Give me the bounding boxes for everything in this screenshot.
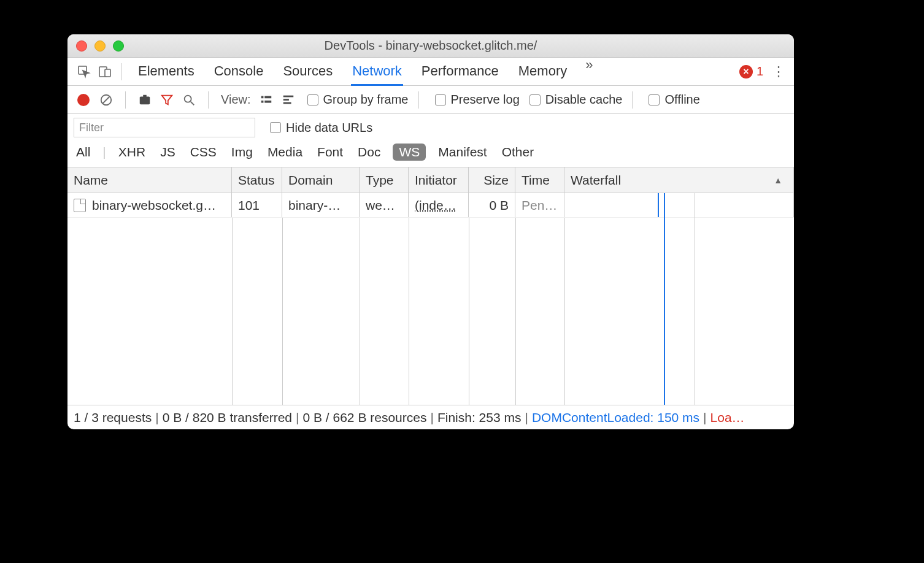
column-divider	[515, 218, 516, 405]
filter-media[interactable]: Media	[265, 144, 305, 161]
status-requests: 1 / 3 requests	[74, 410, 152, 425]
status-load: Loa…	[710, 410, 745, 425]
checkbox-icon	[435, 94, 446, 105]
header-name[interactable]: Name	[67, 167, 232, 193]
status-domcontentloaded: DOMContentLoaded: 150 ms	[532, 410, 699, 425]
error-count[interactable]: × 1	[739, 64, 763, 79]
cell-name-text: binary-websocket.g…	[92, 198, 216, 213]
filter-icon[interactable]	[158, 91, 176, 109]
disable-cache-checkbox[interactable]: Disable cache	[529, 93, 623, 107]
checkbox-icon	[529, 94, 541, 105]
status-separator: |	[525, 410, 528, 425]
window-title: DevTools - binary-websocket.glitch.me/	[67, 39, 794, 53]
filter-css[interactable]: CSS	[188, 144, 219, 161]
initiator-link[interactable]: (inde…	[415, 198, 456, 213]
cell-status: 101	[232, 193, 282, 217]
group-by-frame-checkbox[interactable]: Group by frame	[307, 93, 409, 107]
panel-tabbar: Elements Console Sources Network Perform…	[67, 58, 794, 86]
divider	[632, 91, 633, 109]
sort-ascending-icon: ▲	[774, 175, 782, 185]
zoom-window-icon[interactable]	[113, 40, 124, 52]
kebab-menu-icon[interactable]: ⋮	[769, 64, 788, 80]
svg-line-8	[191, 101, 194, 105]
table-header: Name Status Domain Type Initiator Size T…	[67, 167, 794, 193]
view-label: View:	[221, 93, 251, 107]
devtools-window: DevTools - binary-websocket.glitch.me/ E…	[67, 34, 794, 429]
checkbox-icon	[307, 94, 318, 105]
column-divider	[564, 218, 565, 405]
header-status[interactable]: Status	[232, 167, 282, 193]
preserve-log-label: Preserve log	[451, 93, 520, 107]
device-toolbar-icon[interactable]	[94, 61, 115, 82]
tab-memory[interactable]: Memory	[517, 57, 568, 86]
svg-rect-10	[264, 96, 271, 98]
header-waterfall[interactable]: Waterfall ▲	[564, 167, 794, 193]
tab-sources[interactable]: Sources	[282, 57, 334, 86]
close-window-icon[interactable]	[76, 40, 87, 52]
status-separator: |	[430, 410, 433, 425]
filter-xhr[interactable]: XHR	[116, 144, 148, 161]
svg-rect-12	[264, 100, 271, 102]
svg-rect-6	[143, 94, 147, 97]
header-domain[interactable]: Domain	[282, 167, 360, 193]
waterfall-marker	[658, 193, 659, 217]
column-divider	[360, 218, 360, 405]
header-size[interactable]: Size	[469, 167, 515, 193]
column-divider	[232, 218, 233, 405]
inspect-element-icon[interactable]	[74, 61, 94, 82]
status-finish: Finish: 253 ms	[437, 410, 522, 425]
tab-console[interactable]: Console	[213, 57, 265, 86]
filter-img[interactable]: Img	[229, 144, 255, 161]
divider	[121, 63, 122, 80]
header-initiator[interactable]: Initiator	[409, 167, 469, 193]
status-separator: |	[155, 410, 158, 425]
checkbox-icon	[649, 94, 660, 105]
filter-ws[interactable]: WS	[393, 144, 426, 161]
waterfall-timing-line	[664, 193, 665, 405]
error-icon: ×	[739, 65, 753, 79]
type-filters: All | XHR JS CSS Img Media Font Doc WS M…	[67, 141, 794, 167]
cell-time: Pen…	[515, 193, 564, 217]
header-time[interactable]: Time	[515, 167, 564, 193]
header-type[interactable]: Type	[360, 167, 409, 193]
filter-input[interactable]	[74, 118, 255, 137]
svg-point-7	[185, 95, 191, 102]
svg-rect-15	[283, 102, 291, 104]
traffic-lights	[67, 40, 124, 52]
table-body: binary-websocket.g… 101 binary-… we… (in…	[67, 193, 794, 405]
divider	[125, 91, 126, 109]
status-separator: |	[703, 410, 706, 425]
hide-data-urls-label: Hide data URLs	[286, 121, 372, 135]
status-bar: 1 / 3 requests | 0 B / 820 B transferred…	[67, 405, 794, 429]
filter-font[interactable]: Font	[315, 144, 345, 161]
tab-performance[interactable]: Performance	[420, 57, 500, 86]
minimize-window-icon[interactable]	[94, 40, 106, 52]
search-icon[interactable]	[180, 91, 198, 109]
large-rows-icon[interactable]	[257, 91, 275, 109]
filter-all[interactable]: All	[74, 144, 93, 161]
checkbox-icon	[270, 122, 281, 133]
panel-tabs: Elements Console Sources Network Perform…	[137, 57, 593, 86]
tab-elements[interactable]: Elements	[137, 57, 196, 86]
clear-icon[interactable]	[97, 91, 115, 109]
filter-other[interactable]: Other	[499, 144, 537, 161]
filter-manifest[interactable]: Manifest	[436, 144, 489, 161]
more-tabs-icon[interactable]: »	[585, 57, 593, 86]
tab-network[interactable]: Network	[351, 57, 403, 86]
record-icon[interactable]	[77, 94, 90, 106]
group-by-frame-label: Group by frame	[323, 93, 409, 107]
hide-data-urls-checkbox[interactable]: Hide data URLs	[270, 121, 372, 135]
filter-doc[interactable]: Doc	[355, 144, 383, 161]
error-count-value: 1	[757, 64, 763, 79]
filter-js[interactable]: JS	[158, 144, 178, 161]
column-divider	[409, 218, 409, 405]
disable-cache-label: Disable cache	[545, 93, 623, 107]
svg-rect-13	[283, 95, 293, 97]
preserve-log-checkbox[interactable]: Preserve log	[435, 93, 520, 107]
status-separator: |	[296, 410, 299, 425]
overview-icon[interactable]	[279, 91, 298, 109]
offline-checkbox[interactable]: Offline	[649, 93, 699, 107]
capture-screenshots-icon[interactable]	[136, 91, 154, 109]
cell-initiator[interactable]: (inde…	[409, 193, 469, 217]
table-row[interactable]: binary-websocket.g… 101 binary-… we… (in…	[67, 193, 794, 218]
